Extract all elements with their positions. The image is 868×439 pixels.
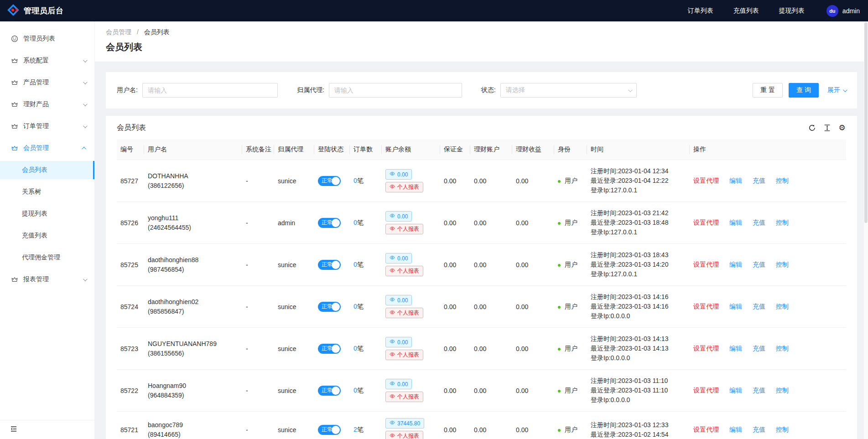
sidebar-item-finance-products[interactable]: 理财产品 <box>0 95 94 114</box>
reset-button[interactable]: 重 置 <box>753 83 783 98</box>
refresh-icon[interactable] <box>808 124 816 132</box>
sidebar-subitem-relation-tree[interactable]: 关系树 <box>0 183 94 201</box>
personal-report-badge[interactable]: 个人报表 <box>385 182 423 192</box>
table-body: 85727 DOTHANHHA (386122656) - sunice 正常 … <box>117 160 846 439</box>
set-agent-link[interactable]: 设置代理 <box>693 261 719 269</box>
status-select-placeholder: 请选择 <box>506 86 525 94</box>
cell-orders: 0笔 <box>350 286 382 328</box>
set-agent-link[interactable]: 设置代理 <box>693 426 719 434</box>
cell-time: 注册时间:2023-01-03 11:10 最近登录:2023-01-03 11… <box>587 370 690 412</box>
set-agent-link[interactable]: 设置代理 <box>693 345 719 353</box>
breadcrumb-parent[interactable]: 会员管理 <box>106 28 131 36</box>
topnav-recharge-list[interactable]: 充值列表 <box>723 7 769 15</box>
cell-username: Hoangnam90 (964884359) <box>144 370 242 412</box>
personal-report-badge[interactable]: 个人报表 <box>385 392 423 402</box>
topnav-withdraw-list[interactable]: 提现列表 <box>769 7 815 15</box>
cell-orders: 0笔 <box>350 160 382 202</box>
balance-badge[interactable]: 0.00 <box>385 295 412 305</box>
eye-icon <box>390 393 395 400</box>
cell-finance-account: 0.00 <box>470 328 512 370</box>
recharge-link[interactable]: 充值 <box>753 177 765 185</box>
status-select[interactable]: 请选择 <box>500 83 637 98</box>
recharge-link[interactable]: 充值 <box>753 303 765 311</box>
set-agent-link[interactable]: 设置代理 <box>693 177 719 185</box>
status-toggle[interactable]: 正常 <box>318 386 341 396</box>
sidebar-item-product-mgmt[interactable]: 产品管理 <box>0 73 94 92</box>
recharge-link[interactable]: 充值 <box>753 387 765 395</box>
settings-gear-icon[interactable]: ⚙ <box>838 124 846 132</box>
cell-actions: 设置代理 编辑 充值 控制 <box>690 202 846 244</box>
cell-finance-account: 0.00 <box>470 412 512 439</box>
order-count: 0 <box>353 219 357 226</box>
sidebar-item-system-config[interactable]: 系统配置 <box>0 52 94 70</box>
personal-report-badge[interactable]: 个人报表 <box>385 266 423 276</box>
balance-badge[interactable]: 0.00 <box>385 253 412 263</box>
username-input[interactable] <box>142 83 278 98</box>
status-toggle[interactable]: 正常 <box>318 425 341 435</box>
scrollbar-thumb[interactable] <box>864 22 868 223</box>
sidebar-item-admin-list[interactable]: 管理员列表 <box>0 30 94 48</box>
control-link[interactable]: 控制 <box>776 387 789 395</box>
column-height-icon[interactable] <box>823 124 831 132</box>
card-header: 会员列表 ⚙ <box>106 116 857 139</box>
last-login-time: 最近登录:2023-01-04 12:22 <box>591 176 686 186</box>
cell-margin: 0.00 <box>440 412 470 439</box>
user-menu[interactable]: du admin <box>815 5 860 17</box>
order-unit: 笔 <box>357 261 364 268</box>
set-agent-link[interactable]: 设置代理 <box>693 219 719 227</box>
edit-link[interactable]: 编辑 <box>729 303 742 311</box>
search-button[interactable]: 查 询 <box>789 83 819 98</box>
cell-agent: sunice <box>274 370 314 412</box>
personal-report-badge[interactable]: 个人报表 <box>385 308 423 318</box>
recharge-link[interactable]: 充值 <box>753 426 765 434</box>
personal-report-badge[interactable]: 个人报表 <box>385 431 423 439</box>
set-agent-link[interactable]: 设置代理 <box>693 387 719 395</box>
control-link[interactable]: 控制 <box>776 303 789 311</box>
sidebar-collapse-button[interactable] <box>0 420 94 439</box>
set-agent-link[interactable]: 设置代理 <box>693 303 719 311</box>
status-toggle[interactable]: 正常 <box>318 260 341 270</box>
sidebar-item-report-mgmt[interactable]: 报表管理 <box>0 270 94 289</box>
topnav-order-list[interactable]: 订单列表 <box>678 7 723 15</box>
status-toggle[interactable]: 正常 <box>318 176 341 186</box>
recharge-link[interactable]: 充值 <box>753 219 765 227</box>
personal-report-badge[interactable]: 个人报表 <box>385 350 423 360</box>
edit-link[interactable]: 编辑 <box>729 261 742 269</box>
sidebar-item-member-mgmt[interactable]: 会员管理 <box>0 139 94 157</box>
cell-time: 注册时间:2023-01-03 21:42 最近登录:2023-01-03 18… <box>587 202 690 244</box>
last-login-time: 最近登录:2023-01-03 14:16 <box>591 302 686 311</box>
status-toggle-label: 正常 <box>322 261 333 269</box>
personal-report-badge[interactable]: 个人报表 <box>385 224 423 234</box>
control-link[interactable]: 控制 <box>776 426 789 434</box>
balance-badge[interactable]: 0.00 <box>385 211 412 222</box>
control-link[interactable]: 控制 <box>776 345 789 353</box>
recharge-link[interactable]: 充值 <box>753 261 765 269</box>
balance-badge[interactable]: 0.00 <box>385 337 412 347</box>
identity-label: 用户 <box>565 345 577 352</box>
sidebar-subitem-recharge-list[interactable]: 充值列表 <box>0 227 94 245</box>
balance-badge[interactable]: 0.00 <box>385 169 412 180</box>
sidebar-subitem-withdraw-list[interactable]: 提现列表 <box>0 205 94 223</box>
edit-link[interactable]: 编辑 <box>729 426 742 434</box>
edit-link[interactable]: 编辑 <box>729 387 742 395</box>
edit-link[interactable]: 编辑 <box>729 177 742 185</box>
sidebar-item-order-mgmt[interactable]: 订单管理 <box>0 117 94 135</box>
cell-login-status: 正常 <box>314 370 350 412</box>
balance-badge[interactable]: 37445.80 <box>385 418 424 429</box>
control-link[interactable]: 控制 <box>776 261 789 269</box>
recharge-link[interactable]: 充值 <box>753 345 765 353</box>
edit-link[interactable]: 编辑 <box>729 219 742 227</box>
status-toggle[interactable]: 正常 <box>318 218 341 228</box>
expand-link[interactable]: 展开 <box>827 86 846 94</box>
cell-finance-account: 0.00 <box>470 244 512 286</box>
status-toggle[interactable]: 正常 <box>318 302 341 312</box>
edit-link[interactable]: 编辑 <box>729 345 742 353</box>
sidebar-subitem-agent-commission[interactable]: 代理佣金管理 <box>0 248 94 267</box>
balance-badge[interactable]: 0.00 <box>385 379 412 389</box>
sidebar-subitem-member-list[interactable]: 会员列表 <box>0 161 94 179</box>
status-toggle[interactable]: 正常 <box>318 344 341 354</box>
control-link[interactable]: 控制 <box>776 177 789 185</box>
status-toggle-label: 正常 <box>322 177 333 185</box>
control-link[interactable]: 控制 <box>776 219 789 227</box>
agent-input[interactable] <box>329 83 462 98</box>
